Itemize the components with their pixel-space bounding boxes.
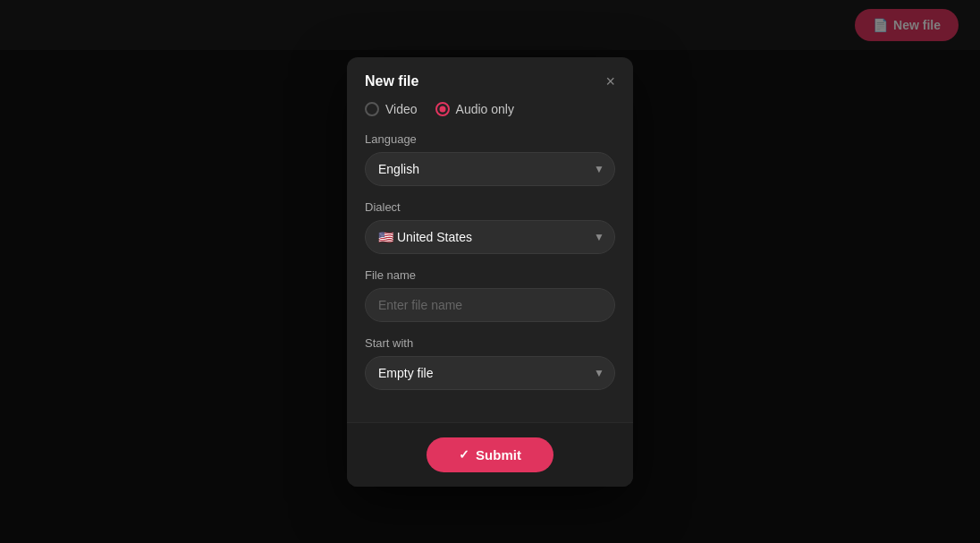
check-icon: ✓ (459, 447, 469, 462)
submit-button[interactable]: ✓ Submit (427, 437, 553, 472)
media-type-radio-group: Video Audio only (365, 102, 615, 116)
video-radio-input[interactable] (365, 102, 379, 116)
filename-label: File name (365, 268, 615, 282)
video-radio-label[interactable]: Video (365, 102, 418, 116)
audio-only-radio-label[interactable]: Audio only (435, 102, 514, 116)
modal-header: New file × (347, 57, 633, 102)
dialect-label: Dialect (365, 200, 615, 214)
dialect-select-wrapper: 🇺🇸 United States 🇬🇧 United Kingdom 🇦🇺 Au… (365, 220, 615, 254)
modal-overlay: New file × Video Audio only Language (0, 0, 980, 543)
start-with-select-wrapper: Empty file Template Import ▼ (365, 356, 615, 390)
dialect-select[interactable]: 🇺🇸 United States 🇬🇧 United Kingdom 🇦🇺 Au… (365, 220, 615, 254)
close-modal-button[interactable]: × (605, 73, 615, 89)
language-select[interactable]: English Spanish French German Japanese (365, 152, 615, 186)
filename-field-group: File name (365, 268, 615, 322)
close-icon: × (605, 73, 615, 89)
modal-footer: ✓ Submit (347, 422, 633, 487)
dialect-field-group: Dialect 🇺🇸 United States 🇬🇧 United Kingd… (365, 200, 615, 254)
start-with-field-group: Start with Empty file Template Import ▼ (365, 336, 615, 390)
modal-body: Video Audio only Language English Spanis… (347, 102, 633, 422)
language-label: Language (365, 132, 615, 146)
filename-input[interactable] (365, 288, 615, 322)
audio-only-radio-text: Audio only (456, 102, 514, 116)
language-field-group: Language English Spanish French German J… (365, 132, 615, 186)
modal-title: New file (365, 73, 418, 89)
language-select-wrapper: English Spanish French German Japanese ▼ (365, 152, 615, 186)
video-radio-text: Video (385, 102, 418, 116)
audio-only-radio-input[interactable] (435, 102, 450, 116)
start-with-select[interactable]: Empty file Template Import (365, 356, 615, 390)
submit-label: Submit (476, 447, 521, 462)
new-file-modal: New file × Video Audio only Language (347, 57, 633, 487)
start-with-label: Start with (365, 336, 615, 350)
